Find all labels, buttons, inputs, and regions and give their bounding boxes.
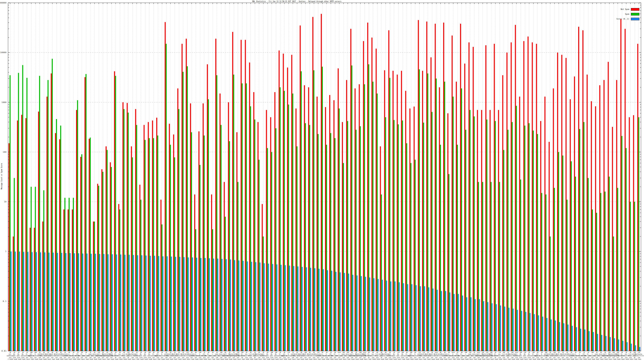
- bar-score: [610, 337, 611, 351]
- bar-spam: [124, 109, 124, 351]
- bar-score: [179, 257, 180, 351]
- bars: [9, 14, 640, 351]
- bar-not-spam: [34, 228, 35, 351]
- bar-not-spam: [156, 118, 157, 351]
- bar-score: [403, 283, 404, 351]
- bar-spam: [343, 163, 344, 351]
- bar-spam: [524, 125, 525, 351]
- bar-score: [378, 279, 379, 351]
- bar-not-spam: [338, 68, 339, 351]
- x-tick-label: 150db.wpbl.info3 hops: [523, 352, 528, 360]
- bar-spam: [427, 73, 428, 351]
- bar-not-spam: [160, 200, 162, 351]
- bar-not-spam: [392, 71, 394, 351]
- legend-item-score: Score (0..1): [616, 18, 639, 20]
- bar-spam: [157, 136, 158, 351]
- bar-score: [112, 254, 113, 351]
- bar-spam: [322, 67, 323, 351]
- bar-spam: [571, 161, 572, 351]
- bar-not-spam: [418, 20, 419, 351]
- bar-score: [563, 323, 564, 351]
- bar-score: [154, 256, 155, 351]
- bar-spam: [238, 182, 238, 351]
- bar-spam: [385, 117, 386, 351]
- bar-not-spam: [68, 209, 69, 351]
- bar-score: [420, 286, 421, 351]
- bar-not-spam: [13, 237, 14, 351]
- bar-score: [327, 270, 328, 351]
- score-swatch-icon: [631, 18, 639, 20]
- bar-spam: [187, 66, 188, 351]
- bar-spam: [225, 217, 226, 351]
- bar-score: [124, 255, 126, 351]
- bar-score: [635, 345, 636, 351]
- bar-spam: [478, 182, 479, 351]
- bar-spam: [182, 72, 184, 351]
- bar-spam: [313, 70, 314, 351]
- bar-not-spam: [616, 80, 617, 351]
- bar-not-spam: [452, 35, 452, 351]
- bar-not-spam: [494, 44, 495, 351]
- bar-not-spam: [460, 24, 461, 351]
- bar-score: [424, 286, 425, 351]
- bar-spam: [140, 200, 141, 351]
- bar-not-spam: [578, 27, 579, 351]
- bar-spam: [10, 75, 11, 351]
- bar-score: [546, 318, 548, 351]
- bar-not-spam: [519, 96, 520, 351]
- bar-not-spam: [17, 120, 18, 351]
- bar-spam: [394, 120, 394, 351]
- bar-score: [437, 290, 438, 351]
- bar-spam: [465, 130, 466, 351]
- bar-score: [192, 257, 193, 351]
- bar-score: [243, 261, 244, 351]
- bar-not-spam: [249, 62, 250, 351]
- bar-spam: [541, 193, 542, 351]
- bar-score: [234, 260, 235, 351]
- bar-score: [496, 304, 497, 351]
- bar-spam: [452, 96, 454, 351]
- bar-spam: [128, 113, 129, 351]
- bar-not-spam: [312, 17, 313, 351]
- bar-spam: [166, 44, 167, 351]
- bar-not-spam: [515, 25, 516, 351]
- bar-score: [133, 255, 134, 351]
- bar-spam: [604, 192, 606, 351]
- bar-spam: [81, 154, 82, 351]
- bar-score: [416, 285, 416, 351]
- bar-spam: [233, 75, 234, 351]
- bar-not-spam: [409, 108, 410, 351]
- bar-not-spam: [481, 110, 482, 351]
- bar-not-spam: [359, 84, 360, 351]
- bar-score: [285, 265, 286, 351]
- bar-not-spam: [604, 80, 604, 351]
- bar-score: [44, 252, 45, 351]
- bar-score: [572, 326, 573, 351]
- bar-not-spam: [274, 92, 275, 351]
- bar-not-spam: [490, 110, 491, 351]
- bar-score: [108, 254, 109, 351]
- bar-spam: [178, 109, 179, 351]
- bar-not-spam: [177, 88, 178, 351]
- bar-spam: [381, 194, 382, 351]
- bar-spam: [499, 182, 500, 351]
- spam-swatch-icon: [631, 13, 639, 15]
- bar-not-spam: [106, 146, 107, 351]
- bar-not-spam: [540, 121, 541, 351]
- bar-score: [534, 314, 535, 351]
- bar-score: [466, 297, 467, 351]
- bar-spam: [579, 129, 580, 351]
- bar-spam: [301, 71, 302, 351]
- bar-not-spam: [127, 103, 128, 351]
- bar-not-spam: [203, 103, 204, 351]
- bar-spam: [356, 130, 356, 351]
- bar-score: [382, 280, 383, 351]
- bar-score: [27, 252, 28, 351]
- bar-spam: [144, 140, 146, 351]
- bar-spam: [562, 155, 563, 351]
- bar-score: [441, 291, 442, 351]
- bar-score: [104, 254, 104, 351]
- bar-spam: [52, 59, 53, 351]
- bar-not-spam: [536, 44, 537, 351]
- bar-not-spam: [405, 91, 406, 351]
